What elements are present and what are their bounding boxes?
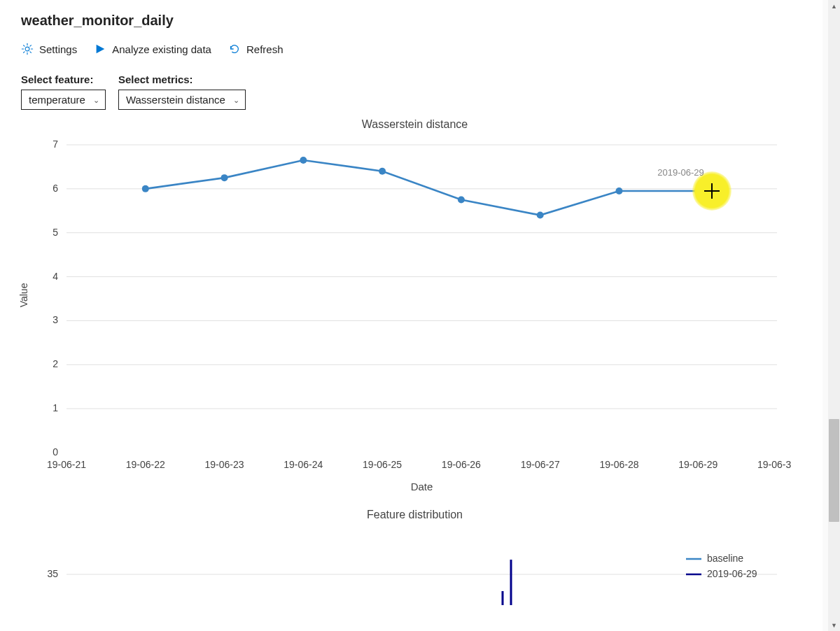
metrics-select-label: Select metrics: <box>118 73 246 85</box>
chart1-title: Wasserstein distance <box>21 118 808 131</box>
svg-text:1: 1 <box>52 402 58 413</box>
svg-text:3: 3 <box>52 314 58 325</box>
refresh-icon <box>228 43 241 55</box>
toolbar: Settings Analyze existing data Refresh <box>21 43 808 55</box>
svg-point-40 <box>537 212 544 219</box>
chevron-down-icon: ⌄ <box>93 95 99 104</box>
svg-point-41 <box>615 187 622 194</box>
svg-text:2: 2 <box>52 358 58 369</box>
play-icon <box>94 43 106 55</box>
svg-point-39 <box>458 197 465 204</box>
svg-text:19-06-26: 19-06-26 <box>442 459 481 470</box>
outer-scrollbar[interactable]: ▲ ▼ <box>828 0 840 631</box>
svg-line-6 <box>30 52 31 53</box>
svg-point-36 <box>221 174 228 181</box>
refresh-label: Refresh <box>246 43 284 55</box>
scroll-up-icon[interactable]: ▲ <box>828 0 840 12</box>
svg-text:19-06-21: 19-06-21 <box>47 459 86 470</box>
feature-select-label: Select feature: <box>21 73 106 85</box>
svg-text:35: 35 <box>47 568 58 579</box>
metrics-select-value: Wasserstein distance <box>126 94 225 106</box>
inner-scroll-track[interactable] <box>822 0 828 631</box>
svg-text:19-06-24: 19-06-24 <box>284 459 323 470</box>
analyze-button[interactable]: Analyze existing data <box>94 43 211 55</box>
settings-label: Settings <box>39 43 77 55</box>
svg-text:19-06-30: 19-06-30 <box>757 459 791 470</box>
scroll-thumb[interactable] <box>829 419 839 523</box>
chart1-ylabel: Value <box>18 283 29 308</box>
svg-text:2019-06-29: 2019-06-29 <box>707 568 757 579</box>
chart2[interactable]: 35baseline2019-06-29 <box>21 521 808 605</box>
scroll-down-icon[interactable]: ▼ <box>828 619 840 631</box>
feature-select-value: temperature <box>29 94 85 106</box>
svg-line-8 <box>24 52 25 53</box>
svg-text:19-06-28: 19-06-28 <box>599 459 638 470</box>
svg-point-35 <box>142 185 149 192</box>
chart1-hover-label: 2019-06-29 <box>657 167 704 178</box>
svg-point-42 <box>694 187 701 194</box>
svg-point-37 <box>300 157 307 164</box>
svg-text:19-06-22: 19-06-22 <box>126 459 165 470</box>
svg-point-0 <box>25 47 29 51</box>
gear-icon <box>21 43 34 55</box>
svg-text:19-06-23: 19-06-23 <box>205 459 244 470</box>
svg-text:5: 5 <box>52 227 58 238</box>
svg-text:7: 7 <box>52 139 58 150</box>
svg-text:Date: Date <box>411 481 433 492</box>
svg-point-38 <box>379 168 386 175</box>
chart2-plot[interactable]: 35baseline2019-06-29 <box>21 521 791 605</box>
svg-text:19-06-27: 19-06-27 <box>521 459 560 470</box>
chart1[interactable]: Value 1234567019-06-2119-06-2219-06-2319… <box>21 131 808 495</box>
svg-text:4: 4 <box>52 271 58 282</box>
analyze-label: Analyze existing data <box>112 43 211 55</box>
settings-button[interactable]: Settings <box>21 43 77 55</box>
svg-text:19-06-25: 19-06-25 <box>363 459 402 470</box>
svg-text:baseline: baseline <box>707 553 743 564</box>
svg-line-7 <box>30 45 31 47</box>
chart1-plot[interactable]: 1234567019-06-2119-06-2219-06-2319-06-24… <box>21 131 791 495</box>
chevron-down-icon: ⌄ <box>233 95 239 104</box>
svg-line-5 <box>24 45 25 47</box>
refresh-button[interactable]: Refresh <box>228 43 284 55</box>
page-title: weather_monitor_daily <box>21 13 808 29</box>
metrics-select[interactable]: Wasserstein distance ⌄ <box>118 90 246 110</box>
chart2-title: Feature distribution <box>21 509 808 521</box>
feature-select[interactable]: temperature ⌄ <box>21 90 106 110</box>
scroll-track[interactable] <box>828 12 840 619</box>
svg-text:19-06-29: 19-06-29 <box>678 459 718 470</box>
svg-text:0: 0 <box>52 446 58 458</box>
svg-text:6: 6 <box>52 183 58 194</box>
